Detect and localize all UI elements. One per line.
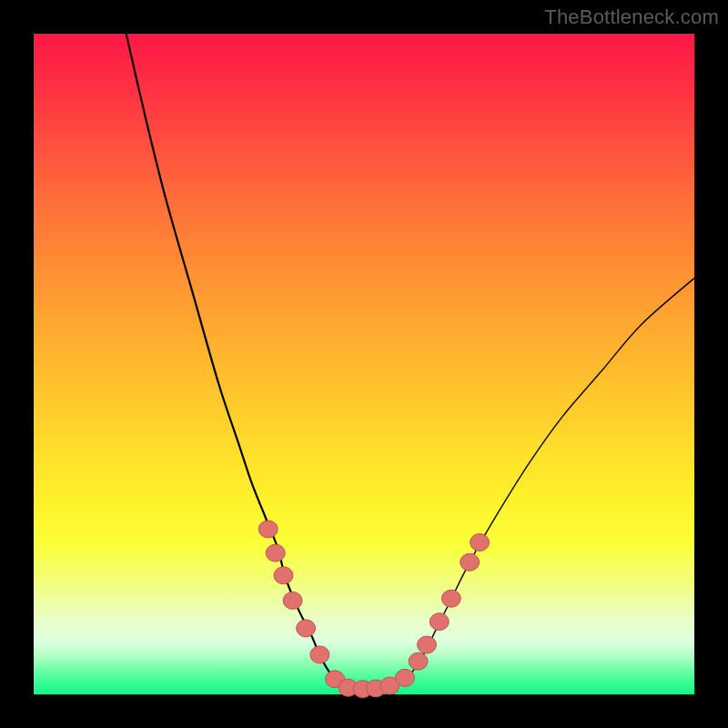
data-point-marker bbox=[266, 544, 285, 561]
data-point-marker bbox=[274, 567, 293, 584]
data-point-marker bbox=[470, 534, 490, 551]
data-point-marker bbox=[310, 646, 329, 663]
chart-frame: TheBottleneck.com bbox=[0, 0, 728, 728]
curve-left-branch bbox=[126, 34, 341, 685]
chart-svg bbox=[34, 34, 694, 694]
watermark-text: TheBottleneck.com bbox=[544, 5, 719, 29]
data-point-marker bbox=[396, 669, 415, 686]
data-point-marker bbox=[417, 636, 436, 653]
marker-group bbox=[258, 521, 489, 698]
data-point-marker bbox=[441, 590, 460, 607]
data-point-marker bbox=[283, 592, 302, 609]
data-point-marker bbox=[460, 553, 480, 571]
chart-plot-area bbox=[34, 34, 694, 694]
data-point-marker bbox=[430, 613, 449, 631]
data-point-marker bbox=[409, 652, 428, 670]
data-point-marker bbox=[258, 521, 278, 538]
data-point-marker bbox=[297, 620, 316, 637]
